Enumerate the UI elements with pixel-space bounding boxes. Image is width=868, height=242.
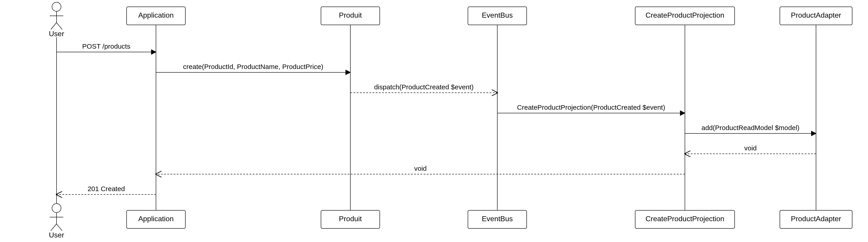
message-201-created: 201 Created [57,185,156,194]
message-return-void-1-label: void [744,144,756,152]
lifeline-projection-top: CreateProductProjection [635,7,735,25]
message-return-void-2: void [156,165,685,174]
message-post-products: POST /products [57,42,156,52]
lifeline-eventbus-bottom: EventBus [468,210,527,229]
actor-label-top: User [49,30,64,38]
lifeline-projection-label-bottom: CreateProductProjection [646,215,724,223]
lifeline-application-label-bottom: Application [138,215,174,223]
svg-line-21 [51,224,57,231]
svg-point-18 [52,204,61,213]
message-projection-call: CreateProductProjection(ProductCreated $… [497,103,685,113]
message-dispatch: dispatch(ProductCreated $event) [350,83,497,93]
message-201-created-label: 201 Created [88,185,125,192]
actor-user-bottom: User [49,204,64,239]
message-projection-call-label: CreateProductProjection(ProductCreated $… [517,103,665,111]
svg-point-0 [52,2,61,11]
lifeline-application-top: Application [127,7,185,25]
lifeline-adapter-label-top: ProductAdapter [791,11,841,19]
lifeline-produit-bottom: Produit [321,210,380,229]
message-dispatch-label: dispatch(ProductCreated $event) [374,83,473,91]
message-post-products-label: POST /products [82,42,130,50]
lifeline-application-bottom: Application [127,210,185,229]
lifeline-produit-top: Produit [321,7,380,25]
message-create: create(ProductId, ProductName, ProductPr… [156,63,350,72]
message-create-label: create(ProductId, ProductName, ProductPr… [183,63,323,70]
lifeline-adapter-top: ProductAdapter [780,7,852,25]
lifeline-produit-label-top: Produit [339,11,362,19]
lifeline-eventbus-label-bottom: EventBus [482,215,513,223]
message-add-label: add(ProductReadModel $model) [702,124,800,131]
lifeline-adapter-bottom: ProductAdapter [780,210,852,229]
lifeline-adapter-label-bottom: ProductAdapter [791,215,841,223]
lifeline-projection-label-top: CreateProductProjection [646,11,724,19]
lifeline-eventbus-top: EventBus [468,7,527,25]
message-return-void-1: void [685,144,816,154]
svg-line-22 [57,224,62,231]
svg-line-4 [57,23,62,29]
message-return-void-2-label: void [414,165,427,172]
svg-line-3 [51,23,57,29]
lifeline-projection-bottom: CreateProductProjection [635,210,735,229]
lifeline-application-label-top: Application [138,11,174,19]
lifeline-produit-label-bottom: Produit [339,215,362,223]
actor-label-bottom: User [49,231,64,239]
lifeline-eventbus-label-top: EventBus [482,11,513,19]
sequence-diagram: User Application Produit EventBus Create… [0,0,868,242]
message-add: add(ProductReadModel $model) [685,124,816,133]
actor-user-top: User [49,2,64,38]
